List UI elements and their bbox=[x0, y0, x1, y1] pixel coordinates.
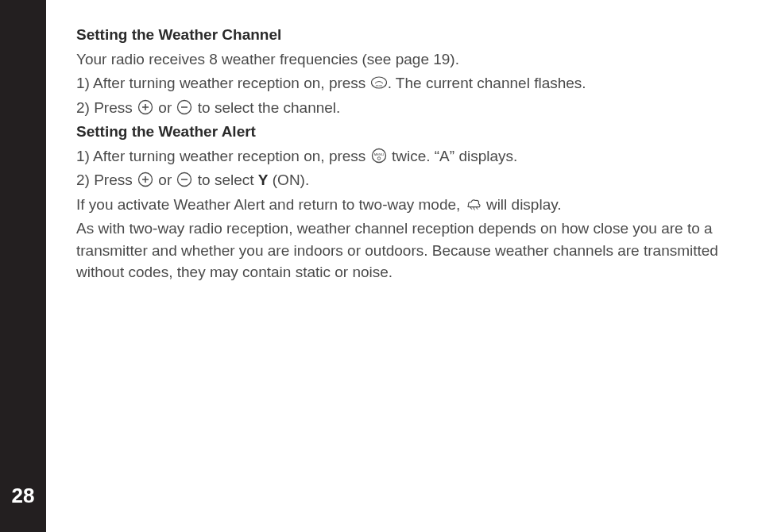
minus-button-icon bbox=[176, 172, 192, 187]
closing-paragraph: As with two-way radio reception, weather… bbox=[76, 218, 728, 283]
text: 2) Press bbox=[76, 99, 137, 116]
sidebar: Weather 28 bbox=[0, 0, 46, 532]
menu-button-icon: MENU bbox=[371, 148, 387, 164]
mon-button-icon: mon bbox=[371, 75, 387, 91]
channel-step-1: 1) After turning weather reception on, p… bbox=[76, 72, 728, 94]
text: If you activate Weather Alert and return… bbox=[76, 196, 465, 213]
plus-button-icon bbox=[137, 99, 153, 115]
text: to select the channel. bbox=[193, 99, 340, 116]
bold-y: Y bbox=[258, 172, 269, 188]
page-number: 28 bbox=[0, 484, 46, 508]
svg-point-9 bbox=[377, 156, 381, 160]
text: or bbox=[154, 99, 176, 116]
text: or bbox=[154, 172, 176, 188]
text: 2) Press bbox=[76, 172, 137, 188]
text: to select bbox=[193, 172, 257, 188]
heading-weather-channel: Setting the Weather Channel bbox=[76, 24, 728, 46]
text: twice. “A” displays. bbox=[388, 148, 518, 164]
section-label: Weather bbox=[0, 339, 5, 429]
alert-step-1: 1) After turning weather reception on, p… bbox=[76, 145, 728, 168]
text: 1) After turning weather reception on, p… bbox=[76, 75, 370, 91]
text: (ON). bbox=[269, 172, 310, 188]
page-content: Setting the Weather Channel Your radio r… bbox=[76, 24, 728, 286]
weather-alert-icon bbox=[466, 196, 481, 212]
heading-weather-alert: Setting the Weather Alert bbox=[76, 121, 728, 143]
text: . The current channel flashes. bbox=[388, 75, 586, 91]
channel-step-2: 2) Press or to select the channel. bbox=[76, 97, 728, 119]
svg-text:MENU: MENU bbox=[373, 152, 383, 156]
text: will display. bbox=[482, 196, 562, 213]
svg-text:mon: mon bbox=[376, 83, 382, 87]
alert-step-2: 2) Press or to select Y (ON). bbox=[76, 169, 728, 191]
plus-button-icon bbox=[137, 172, 153, 187]
alert-display-note: If you activate Weather Alert and return… bbox=[76, 194, 728, 216]
intro-text: Your radio receives 8 weather frequencie… bbox=[76, 48, 728, 71]
minus-button-icon bbox=[176, 99, 192, 115]
text: 1) After turning weather reception on, p… bbox=[76, 148, 370, 164]
